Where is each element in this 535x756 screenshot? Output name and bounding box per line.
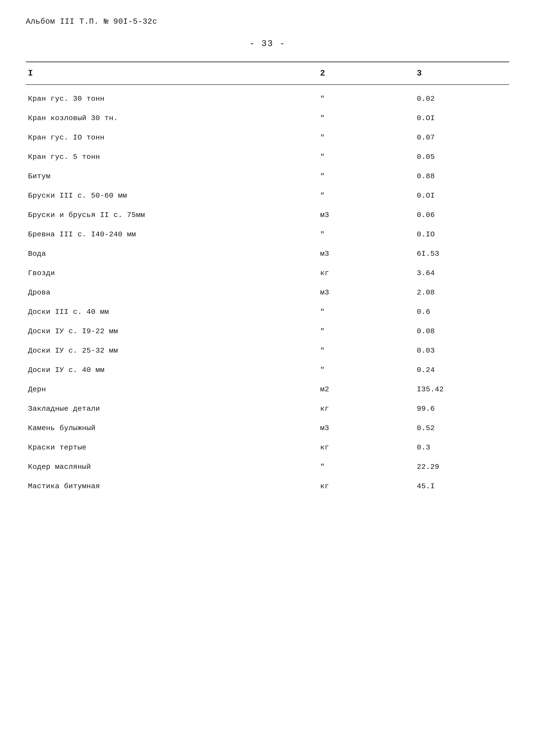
table-row: Кран гус. 5 тонн"0.05 [26,147,509,167]
table-row: Камень булыжныйм30.52 [26,418,509,438]
row-value: 0.3 [412,442,509,453]
row-name: Гвозди [26,267,316,279]
row-value: 0.08 [412,325,509,337]
table-body: Кран гус. 30 тонн"0.02Кран козловый 30 т… [26,89,509,496]
row-value: 0.88 [412,171,509,182]
table-row: Доски IУ с. 40 мм"0.24 [26,360,509,380]
table-row: Дровам32.08 [26,283,509,302]
row-unit: " [316,190,412,202]
row-unit: " [316,461,412,473]
row-unit: " [316,112,412,124]
table-row: Гвоздикг3.64 [26,264,509,283]
row-value: 3.64 [412,267,509,279]
row-value: 0.03 [412,345,509,356]
row-value: 0.OI [412,112,509,124]
row-value: 22.29 [412,461,509,473]
row-value: 0.05 [412,151,509,163]
row-unit: м3 [316,209,412,221]
table-row: Кран гус. IO тонн"0.07 [26,128,509,147]
table-row: Доски IУ с. 25-32 мм"0.03 [26,341,509,360]
table-row: Кодер масляный"22.29 [26,457,509,477]
row-unit: " [316,364,412,376]
row-value: 0.6 [412,306,509,318]
table-row: Дернм2I35.42 [26,380,509,399]
row-value: 0.07 [412,132,509,143]
table-row: Кран гус. 30 тонн"0.02 [26,89,509,108]
row-unit: кг [316,481,412,492]
row-unit: " [316,306,412,318]
row-name: Краски тертые [26,442,316,453]
row-name: Мастика битумная [26,481,316,492]
row-value: 6I.53 [412,248,509,260]
row-name: Битум [26,171,316,182]
row-unit: " [316,151,412,163]
table-row: Бревна III с. I40-240 мм"0.IO [26,225,509,244]
row-name: Кран гус. IO тонн [26,132,316,143]
row-name: Бруски III с. 50-60 мм [26,190,316,202]
table-row: Мастика битумнаякг45.I [26,477,509,496]
row-value: 2.08 [412,287,509,298]
row-value: I35.42 [412,383,509,395]
row-name: Доски IУ с. 25-32 мм [26,345,316,356]
row-unit: м3 [316,422,412,434]
row-value: 0.IO [412,229,509,240]
row-unit: " [316,345,412,356]
column-header-3: 3 [412,67,509,80]
main-table: I 2 3 Кран гус. 30 тонн"0.02Кран козловы… [26,62,509,496]
row-value: 0.02 [412,93,509,105]
table-row: Доски III с. 40 мм"0.6 [26,302,509,322]
row-name: Бруски и брусья II с. 75мм [26,209,316,221]
row-name: Доски IУ с. 40 мм [26,364,316,376]
row-unit: м3 [316,248,412,260]
row-unit: м3 [316,287,412,298]
row-unit: кг [316,267,412,279]
row-unit: кг [316,403,412,415]
row-name: Кран козловый 30 тн. [26,112,316,124]
row-unit: " [316,132,412,143]
row-unit: м2 [316,383,412,395]
row-unit: " [316,325,412,337]
row-unit: " [316,171,412,182]
table-row: Бруски и брусья II с. 75ммм30.06 [26,205,509,225]
column-header-1: I [26,67,316,80]
table-row: Битум"0.88 [26,167,509,186]
row-value: 99.6 [412,403,509,415]
row-unit: кг [316,442,412,453]
header: Альбом III Т.П. № 90I-5-32с [26,17,509,26]
row-value: 0.52 [412,422,509,434]
row-name: Кодер масляный [26,461,316,473]
table-row: Краски тертыекг0.3 [26,438,509,457]
table-row: Водам36I.53 [26,244,509,264]
table-row: Закладные деталикг99.6 [26,399,509,418]
table-row: Бруски III с. 50-60 мм"0.OI [26,186,509,205]
row-name: Кран гус. 5 тонн [26,151,316,163]
album-label: Альбом III Т.П. № 90I-5-32с [26,17,509,26]
row-value: 0.OI [412,190,509,202]
column-header-2: 2 [316,67,412,80]
row-name: Вода [26,248,316,260]
row-name: Дрова [26,287,316,298]
page-number: - 33 - [26,39,509,49]
row-name: Закладные детали [26,403,316,415]
table-row: Кран козловый 30 тн."0.OI [26,108,509,128]
row-name: Доски III с. 40 мм [26,306,316,318]
row-name: Камень булыжный [26,422,316,434]
table-header: I 2 3 [26,62,509,85]
row-unit: " [316,93,412,105]
row-unit: " [316,229,412,240]
table-row: Доски IУ с. I9-22 мм"0.08 [26,322,509,341]
row-name: Бревна III с. I40-240 мм [26,229,316,240]
row-name: Доски IУ с. I9-22 мм [26,325,316,337]
row-value: 45.I [412,481,509,492]
row-name: Дерн [26,383,316,395]
row-value: 0.24 [412,364,509,376]
row-value: 0.06 [412,209,509,221]
row-name: Кран гус. 30 тонн [26,93,316,105]
